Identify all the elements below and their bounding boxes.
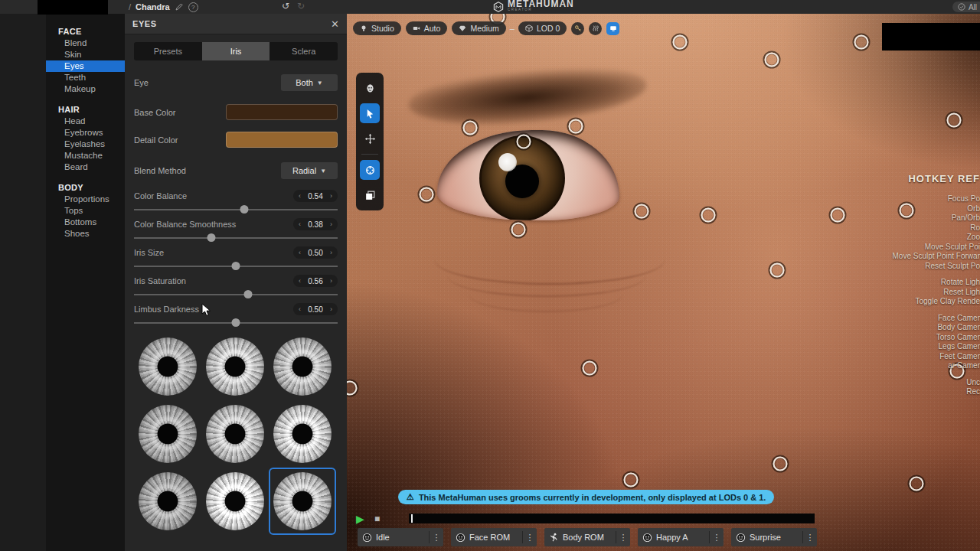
sculpt-tool-button[interactable]	[360, 103, 380, 123]
sculpt-point[interactable]	[910, 477, 924, 491]
iris-preset-7[interactable]	[134, 468, 201, 535]
slider-stepper[interactable]: ‹0.54›	[293, 190, 338, 202]
kebab-menu-icon[interactable]: ⋮	[616, 533, 630, 543]
stepper-right-icon[interactable]: ›	[330, 192, 332, 200]
sidebar-item-tops[interactable]: Tops	[46, 205, 125, 217]
slider-thumb[interactable]	[207, 233, 216, 242]
sculpt-point[interactable]	[624, 473, 639, 487]
sidebar-item-proportions[interactable]: Proportions	[46, 194, 125, 205]
slider-track[interactable]	[134, 233, 338, 243]
slider-thumb[interactable]	[232, 318, 240, 327]
stepper-left-icon[interactable]: ‹	[299, 192, 301, 200]
iris-preset-4[interactable]	[134, 400, 201, 468]
base-color-swatch[interactable]	[226, 104, 338, 120]
sidebar-item-bottoms[interactable]: Bottoms	[46, 217, 125, 228]
sculpt-point[interactable]	[765, 53, 779, 67]
clip-surprise[interactable]: Surprise⋮	[731, 528, 817, 546]
clip-body-rom[interactable]: Body ROM⋮	[544, 528, 630, 546]
viewport-pill-auto[interactable]: Auto	[406, 21, 448, 35]
window-tool-button[interactable]	[360, 185, 380, 205]
sculpt-point[interactable]	[854, 35, 869, 50]
rename-pencil-icon[interactable]	[175, 2, 184, 11]
slider-stepper[interactable]: ‹0.50›	[293, 303, 338, 315]
stepper-right-icon[interactable]: ›	[330, 220, 332, 228]
slider-track[interactable]	[134, 261, 338, 271]
play-button[interactable]: ▶	[356, 512, 364, 526]
undo-icon[interactable]: ↺	[282, 1, 289, 11]
iris-preset-9[interactable]	[269, 468, 336, 535]
slider-stepper[interactable]: ‹0.38›	[293, 218, 338, 230]
slider-thumb[interactable]	[232, 262, 240, 270]
iris-preset-2[interactable]	[201, 333, 269, 400]
kebab-menu-icon[interactable]: ⋮	[803, 533, 817, 543]
move-tool-button[interactable]	[360, 129, 380, 148]
iris-preset-3[interactable]	[269, 333, 336, 400]
slider-track[interactable]	[134, 204, 338, 214]
viewport-pill-lod-0[interactable]: LOD 0	[518, 21, 567, 35]
clip-happy-a[interactable]: Happy A⋮	[638, 528, 724, 546]
slider-thumb[interactable]	[240, 205, 248, 214]
sidebar-item-eyebrows[interactable]: Eyebrows	[46, 127, 125, 139]
sidebar-item-eyelashes[interactable]: Eyelashes	[46, 139, 125, 150]
viewport-pill-studio[interactable]: Studio	[353, 21, 401, 35]
playhead[interactable]	[411, 514, 413, 523]
stepper-left-icon[interactable]: ‹	[299, 249, 301, 256]
viewport-pill-medium[interactable]: Medium	[452, 21, 505, 35]
detail-color-swatch[interactable]	[226, 132, 338, 148]
stepper-left-icon[interactable]: ‹	[299, 305, 301, 313]
slider-stepper[interactable]: ‹0.56›	[293, 275, 338, 287]
sidebar-item-shoes[interactable]: Shoes	[46, 228, 125, 240]
sculpt-point[interactable]	[463, 121, 478, 135]
sculpt-point[interactable]	[420, 187, 434, 202]
tab-iris[interactable]: Iris	[202, 42, 270, 60]
stepper-left-icon[interactable]: ‹	[299, 220, 301, 228]
sidebar-item-head[interactable]: Head	[46, 116, 125, 127]
tab-sclera[interactable]: Sclera	[270, 42, 338, 60]
slider-thumb[interactable]	[243, 290, 252, 298]
sculpt-point[interactable]	[701, 208, 716, 223]
stepper-left-icon[interactable]: ‹	[299, 277, 301, 285]
clip-idle[interactable]: Idle⋮	[358, 528, 443, 546]
timeline-track[interactable]	[409, 514, 815, 523]
sculpt-point[interactable]	[583, 361, 597, 376]
sidebar-item-makeup[interactable]: Makeup	[46, 83, 125, 95]
slider-track[interactable]	[134, 318, 338, 328]
head-tool-button[interactable]	[360, 78, 380, 98]
clip-face-rom[interactable]: Face ROM⋮	[451, 528, 537, 546]
sidebar-item-beard[interactable]: Beard	[46, 161, 125, 173]
stepper-right-icon[interactable]: ›	[330, 305, 332, 313]
redo-icon[interactable]: ↻	[297, 1, 305, 11]
groom-button[interactable]	[589, 22, 602, 35]
tab-presets[interactable]: Presets	[134, 42, 202, 60]
sculpt-point[interactable]	[511, 223, 526, 237]
sidebar-item-mustache[interactable]: Mustache	[46, 150, 125, 161]
3d-viewport[interactable]: StudioAutoMedium–LOD 0 HOTKEY REF Focus …	[347, 14, 980, 551]
blend-method-dropdown[interactable]: Radial ▼	[281, 162, 338, 179]
screen-button[interactable]	[606, 22, 619, 35]
help-icon[interactable]: ?	[188, 2, 198, 12]
sidebar-item-blend[interactable]: Blend	[46, 37, 125, 49]
sculpt-point[interactable]	[773, 457, 788, 471]
key-button[interactable]	[571, 22, 584, 35]
iris-preset-5[interactable]	[201, 400, 269, 468]
stepper-right-icon[interactable]: ›	[330, 277, 332, 285]
sculpt-point[interactable]	[635, 204, 649, 219]
marker-tool-button[interactable]	[360, 160, 380, 180]
sidebar-item-skin[interactable]: Skin	[46, 49, 125, 60]
kebab-menu-icon[interactable]: ⋮	[710, 533, 724, 543]
stop-button[interactable]: ■	[374, 512, 380, 526]
kebab-menu-icon[interactable]: ⋮	[523, 533, 537, 543]
sidebar-item-eyes[interactable]: Eyes	[46, 60, 125, 72]
slider-track[interactable]	[134, 289, 338, 299]
stepper-right-icon[interactable]: ›	[330, 249, 332, 256]
sculpt-point[interactable]	[947, 113, 962, 128]
kebab-menu-icon[interactable]: ⋮	[430, 533, 443, 543]
sculpt-point[interactable]	[831, 208, 845, 223]
sculpt-point[interactable]	[517, 135, 531, 149]
eye-selector-dropdown[interactable]: Both ▼	[281, 74, 338, 91]
iris-preset-6[interactable]	[269, 400, 336, 468]
sculpt-point[interactable]	[569, 119, 583, 134]
sculpt-point[interactable]	[770, 263, 785, 278]
slider-stepper[interactable]: ‹0.50›	[293, 246, 338, 259]
close-icon[interactable]: ✕	[331, 18, 339, 30]
